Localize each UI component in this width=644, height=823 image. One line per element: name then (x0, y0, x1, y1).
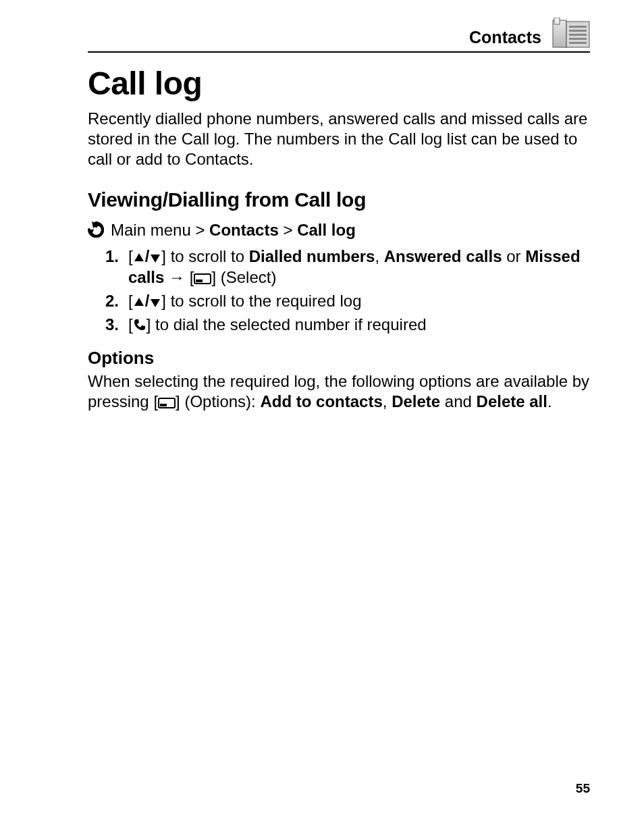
svg-rect-12 (196, 280, 203, 282)
contacts-page-icon (552, 18, 590, 49)
step-list: 1. [/] to scroll to Dialled numbers, Ans… (93, 246, 590, 336)
step-body: [/] to scroll to the required log (128, 290, 590, 311)
step-number: 1. (93, 246, 128, 267)
svg-rect-7 (554, 18, 560, 24)
page-number: 55 (576, 781, 590, 796)
text: ] to scroll to the required log (161, 292, 361, 310)
svg-marker-14 (151, 299, 160, 307)
svg-rect-5 (569, 38, 587, 40)
text: or (502, 247, 526, 265)
svg-marker-10 (151, 255, 160, 263)
softkey-icon (158, 394, 176, 406)
breadcrumb-contacts: Contacts (209, 221, 279, 239)
intro-paragraph: Recently dialled phone numbers, answered… (88, 109, 590, 169)
up-triangle-icon (133, 292, 145, 304)
step-2: 2. [/] to scroll to the required log (93, 290, 590, 311)
text: ] (Select) (211, 268, 276, 286)
text: [ (128, 292, 133, 310)
softkey-icon (194, 269, 211, 281)
up-triangle-icon (133, 248, 145, 260)
svg-rect-3 (569, 30, 587, 32)
text: [ (128, 247, 133, 265)
bold-text: Delete (392, 392, 440, 410)
breadcrumb-call-log: Call log (297, 221, 356, 239)
header-section-label: Contacts (469, 28, 541, 47)
bold-text: Add to contacts (260, 392, 382, 410)
page-header: Contacts (88, 27, 590, 53)
step-3: 3. [] to dial the selected number if req… (93, 314, 590, 335)
bold-text: Dialled numbers (249, 247, 375, 265)
text: ] to dial the selected number if require… (146, 315, 427, 334)
options-heading: Options (88, 348, 590, 369)
options-paragraph: When selecting the required log, the fol… (88, 371, 590, 413)
breadcrumb-root: Main menu (111, 221, 191, 239)
text: and (440, 392, 476, 410)
svg-rect-6 (569, 42, 587, 44)
svg-rect-16 (160, 404, 167, 406)
svg-marker-13 (134, 298, 144, 306)
svg-rect-2 (569, 26, 587, 28)
down-triangle-icon (149, 292, 161, 304)
text: ] to scroll to (161, 247, 248, 265)
breadcrumb: Main menu > Contacts > Call log (88, 221, 590, 240)
step-number: 3. (93, 314, 128, 335)
breadcrumb-sep: > (195, 221, 205, 239)
text: → [ (164, 268, 194, 286)
text: [ (128, 315, 133, 334)
text: , (383, 392, 392, 410)
bold-text: Answered calls (384, 247, 502, 265)
down-triangle-icon (149, 248, 161, 260)
text: ] (Options): (176, 392, 260, 410)
svg-marker-9 (134, 253, 144, 261)
svg-rect-4 (569, 34, 587, 36)
step-body: [] to dial the selected number if requir… (128, 314, 590, 335)
section-heading: Viewing/Dialling from Call log (88, 188, 590, 211)
page-title: Call log (88, 65, 590, 102)
bold-text: Delete all (477, 392, 547, 410)
breadcrumb-sep: > (283, 221, 292, 239)
breadcrumb-text: Main menu > Contacts > Call log (111, 221, 356, 240)
text: , (375, 247, 383, 265)
goto-arrow-icon (88, 221, 105, 239)
text: . (547, 392, 552, 410)
call-icon (133, 315, 146, 329)
step-number: 2. (93, 290, 128, 311)
step-body: [/] to scroll to Dialled numbers, Answer… (128, 246, 590, 288)
step-1: 1. [/] to scroll to Dialled numbers, Ans… (93, 246, 590, 288)
